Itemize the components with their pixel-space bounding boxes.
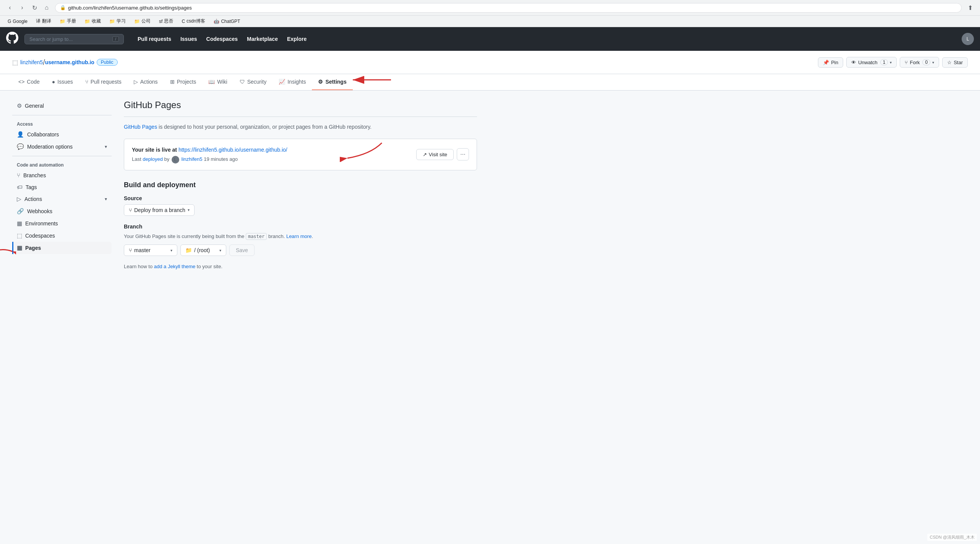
pages-intro: GitHub Pages is designed to host your pe… xyxy=(124,123,477,131)
browser-nav-buttons[interactable]: ‹ › ↻ ⌂ xyxy=(5,2,52,13)
study-icon: 📁 xyxy=(109,19,115,24)
search-shortcut: / xyxy=(112,36,119,42)
nav-explore[interactable]: Explore xyxy=(282,33,311,45)
fork-label: Fork xyxy=(910,60,920,65)
save-button[interactable]: Save xyxy=(229,244,255,256)
settings-content: GitHub Pages GitHub Pages is designed to… xyxy=(124,100,477,544)
address-bar[interactable]: 🔒 github.com/linzhifen5/username.github.… xyxy=(55,3,962,13)
fork-button[interactable]: ⑂ Fork 0 ▾ xyxy=(900,57,939,68)
sidebar-item-codespaces[interactable]: ⬚ Codespaces xyxy=(12,230,112,242)
sidebar-item-pages[interactable]: ▦ Pages xyxy=(12,242,112,254)
actions-expand-icon: ▾ xyxy=(105,196,107,202)
tags-icon: 🏷 xyxy=(17,184,23,190)
bookmark-label: csdn博客 xyxy=(187,18,205,24)
actions-sidebar-icon: ▷ xyxy=(17,196,21,202)
visit-site-button[interactable]: ↗ Visit site xyxy=(416,149,454,160)
build-deployment-section: Build and deployment Source ⑂ Deploy fro… xyxy=(124,181,477,270)
sidebar-item-webhooks[interactable]: 🔗 Webhooks xyxy=(12,205,112,217)
company-icon: 📁 xyxy=(134,19,140,24)
user-avatar[interactable]: L xyxy=(962,33,974,45)
collaborators-icon: 👤 xyxy=(17,131,24,138)
sidebar-divider-2 xyxy=(12,156,112,156)
folder-icon: 📁 xyxy=(185,247,192,253)
bookmark-label: 思否 xyxy=(164,18,173,24)
nav-marketplace[interactable]: Marketplace xyxy=(242,33,282,45)
reload-button[interactable]: ↻ xyxy=(29,2,40,13)
bookmark-chatgpt[interactable]: 🤖ChatGPT xyxy=(211,18,243,25)
branches-icon: ⑂ xyxy=(17,172,20,178)
more-options-button[interactable]: ··· xyxy=(457,148,469,160)
live-site-url[interactable]: https://linzhifen5.github.io/username.gi… xyxy=(178,147,287,153)
tab-security[interactable]: 🛡 Security xyxy=(234,74,273,90)
sidebar-divider-1 xyxy=(12,115,112,115)
favorites-icon: 📁 xyxy=(84,19,90,24)
handbook-icon: 📁 xyxy=(60,19,65,24)
tab-settings[interactable]: ⚙ Settings xyxy=(312,74,352,90)
sidebar-item-moderation[interactable]: 💬 Moderation options ▾ xyxy=(12,141,112,153)
bookmark-study[interactable]: 📁学习 xyxy=(106,17,129,26)
forward-button[interactable]: › xyxy=(17,2,28,13)
jekyll-text: Learn how to add a Jekyll theme to your … xyxy=(124,264,477,269)
tab-insights[interactable]: 📈 Insights xyxy=(273,74,312,90)
tab-issues[interactable]: ● Issues xyxy=(46,74,79,90)
sidebar-item-actions[interactable]: ▷ Actions ▾ xyxy=(12,193,112,205)
last-text: Last xyxy=(132,156,141,162)
issues-icon: ● xyxy=(52,79,55,85)
nav-issues[interactable]: Issues xyxy=(176,33,202,45)
insights-icon: 📈 xyxy=(279,79,285,85)
live-site-info: Your site is live at https://linzhifen5.… xyxy=(132,145,287,164)
learn-more-link[interactable]: Learn more xyxy=(286,233,312,239)
bookmark-handbook[interactable]: 📁手册 xyxy=(57,17,79,26)
tab-pull-requests[interactable]: ⑂ Pull requests xyxy=(79,74,128,90)
environments-icon: ▦ xyxy=(17,220,22,227)
bookmark-google[interactable]: GGoogle xyxy=(5,18,31,25)
repo-owner-link[interactable]: linzhifen5 xyxy=(20,59,43,65)
tab-actions[interactable]: ▷ Actions xyxy=(128,74,164,90)
deployer-link[interactable]: linzhifen5 xyxy=(182,156,203,162)
jekyll-link[interactable]: add a Jekyll theme xyxy=(154,264,195,269)
nav-pull-requests[interactable]: Pull requests xyxy=(133,33,176,45)
deployed-link[interactable]: deployed xyxy=(143,156,163,162)
sidebar-item-tags[interactable]: 🏷 Tags xyxy=(12,181,112,193)
tab-code[interactable]: <> Code xyxy=(12,74,46,90)
bookmark-csdn[interactable]: Ccsdn博客 xyxy=(178,17,208,26)
pages-intro-text: is designed to host your personal, organ… xyxy=(159,124,372,130)
actions-icon: ▷ xyxy=(134,79,138,85)
pin-button[interactable]: 📌 Pin xyxy=(818,57,843,68)
nav-codespaces[interactable]: Codespaces xyxy=(202,33,242,45)
star-button[interactable]: ☆ Star xyxy=(942,57,968,68)
folder-dropdown-label: / (root) xyxy=(194,247,210,253)
folder-dropdown[interactable]: 📁 / (root) ▾ xyxy=(180,244,226,256)
github-pages-link[interactable]: GitHub Pages xyxy=(124,124,157,130)
sidebar-item-branches[interactable]: ⑂ Branches xyxy=(12,169,112,181)
sidebar-item-environments[interactable]: ▦ Environments xyxy=(12,217,112,230)
sidebar-item-general[interactable]: ⚙ General xyxy=(12,100,112,112)
branch-dropdown[interactable]: ⑂ master ▾ xyxy=(124,244,177,256)
share-button[interactable]: ⬆ xyxy=(965,2,975,13)
back-button[interactable]: ‹ xyxy=(5,2,15,13)
lock-icon: 🔒 xyxy=(60,5,66,10)
chatgpt-icon: 🤖 xyxy=(214,19,219,24)
bookmark-favorites[interactable]: 📁收藏 xyxy=(81,17,104,26)
bookmark-label: 学习 xyxy=(117,18,126,24)
bookmark-company[interactable]: 📁公司 xyxy=(131,17,154,26)
search-bar[interactable]: Search or jump to... / xyxy=(24,34,124,44)
bookmark-translate[interactable]: 译翻译 xyxy=(33,17,54,26)
branch-dropdown-icon: ⑂ xyxy=(129,247,132,253)
bookmark-label: 收藏 xyxy=(92,18,101,24)
live-site-text: Your site is live at https://linzhifen5.… xyxy=(132,145,287,155)
bookmark-sifo[interactable]: sf思否 xyxy=(156,17,176,26)
bookmark-label: ChatGPT xyxy=(221,19,240,24)
repo-name-link[interactable]: username.github.io xyxy=(45,59,94,65)
github-logo[interactable] xyxy=(6,32,18,46)
tab-code-label: Code xyxy=(27,79,39,85)
build-section-title: Build and deployment xyxy=(124,181,477,189)
branch-subsection: Branch Your GitHub Pages site is current… xyxy=(124,223,477,256)
tab-projects[interactable]: ⊞ Projects xyxy=(164,74,203,90)
home-button[interactable]: ⌂ xyxy=(41,2,52,13)
sidebar-item-collaborators[interactable]: 👤 Collaborators xyxy=(12,128,112,141)
source-dropdown[interactable]: ⑂ Deploy from a branch ▾ xyxy=(124,204,195,216)
tab-wiki[interactable]: 📖 Wiki xyxy=(202,74,233,90)
main-nav: Pull requests Issues Codespaces Marketpl… xyxy=(133,33,311,45)
unwatch-button[interactable]: 👁 Unwatch 1 ▾ xyxy=(846,57,897,68)
